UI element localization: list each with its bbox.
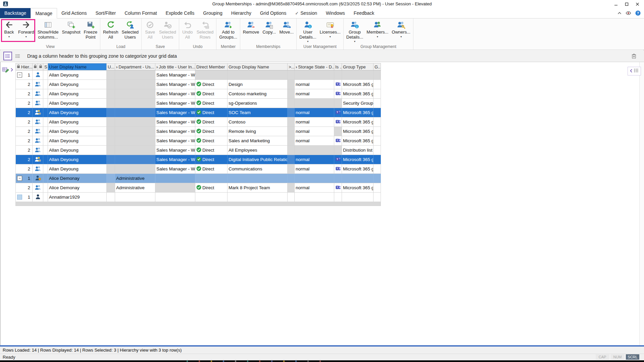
cell-name[interactable]: Allan Deyoung <box>48 80 107 89</box>
maximize-button[interactable] <box>621 0 632 8</box>
cell-is[interactable]: T <box>334 136 342 145</box>
cell-is[interactable] <box>334 193 342 202</box>
cell-is[interactable] <box>334 174 342 183</box>
cell-narrow[interactable] <box>288 193 295 202</box>
ribbon-button-freeze-point[interactable]: Freeze Point <box>82 19 99 40</box>
cell-hier[interactable]: 2 <box>16 183 33 192</box>
cell-job[interactable] <box>155 174 195 183</box>
cell-storage[interactable] <box>295 70 334 80</box>
cell-storage[interactable]: normal <box>295 164 334 173</box>
cell-icons[interactable] <box>33 174 43 183</box>
grid-row[interactable]: 2Alice DemonayAdministrativeDirectMark 8… <box>15 183 381 193</box>
grid-row[interactable]: 2Allan DeyoungSales Manager - WesDirectA… <box>15 146 381 155</box>
cell-type[interactable]: Microsoft 365 gr <box>342 89 374 98</box>
cell-group[interactable]: All Employees <box>228 146 288 155</box>
cell-is[interactable] <box>334 70 342 80</box>
cell-u[interactable] <box>107 108 115 117</box>
column-header-s[interactable]: S <box>43 63 48 70</box>
cell-icons[interactable] <box>33 146 43 155</box>
cell-type[interactable] <box>342 174 374 183</box>
cell-storage[interactable]: normal <box>295 155 334 164</box>
ribbon-button-back[interactable]: Back▾ <box>2 19 16 38</box>
column-header-g[interactable]: G... <box>374 63 381 70</box>
cell-direct[interactable]: Direct <box>195 155 228 164</box>
cell-direct[interactable]: Direct <box>195 183 228 192</box>
cell-name[interactable]: Allan Deyoung <box>48 127 107 136</box>
tab-backstage[interactable]: Backstage <box>0 8 31 18</box>
cell-direct[interactable]: Direct <box>195 108 228 117</box>
cell-icons[interactable] <box>33 193 43 202</box>
cell-dept[interactable] <box>115 136 155 145</box>
minimize-button[interactable] <box>610 0 621 8</box>
cell-s[interactable] <box>43 89 48 98</box>
cell-name[interactable]: Allan Deyoung <box>48 146 107 155</box>
cell-narrow[interactable] <box>288 80 295 89</box>
cell-g[interactable] <box>374 117 381 126</box>
cell-direct[interactable] <box>195 174 228 183</box>
cell-u[interactable] <box>107 117 115 126</box>
cell-hier[interactable]: −1 <box>16 174 33 183</box>
cell-hier[interactable]: 2 <box>16 99 33 108</box>
card-view-toggle[interactable] <box>13 52 22 60</box>
cell-s[interactable] <box>43 108 48 117</box>
cell-direct[interactable]: Direct <box>195 127 228 136</box>
cell-narrow[interactable] <box>288 99 295 108</box>
cell-type[interactable]: Microsoft 365 gr <box>342 108 374 117</box>
left-flyout-handle[interactable] <box>2 66 13 74</box>
cell-name[interactable]: Allan Deyoung <box>48 164 107 173</box>
column-header-lock1[interactable] <box>33 63 38 70</box>
cell-type[interactable]: Microsoft 365 gr <box>342 155 374 164</box>
cell-name[interactable]: Allan Deyoung <box>48 108 107 117</box>
cell-name[interactable]: Allan Deyoung <box>48 117 107 126</box>
cell-g[interactable] <box>374 89 381 98</box>
cell-storage[interactable]: normal <box>295 80 334 89</box>
cell-narrow[interactable] <box>288 89 295 98</box>
cell-storage[interactable] <box>295 174 334 183</box>
cell-job[interactable]: Sales Manager - Wes <box>155 164 195 173</box>
cell-g[interactable] <box>374 80 381 89</box>
cell-storage[interactable]: normal <box>295 108 334 117</box>
grid-view-toggle[interactable] <box>3 52 12 60</box>
ribbon-button-members[interactable]: Members...▾ <box>365 19 390 38</box>
cell-s[interactable] <box>43 164 48 173</box>
cell-u[interactable] <box>107 136 115 145</box>
right-flyout-handle[interactable] <box>628 67 641 75</box>
cell-type[interactable] <box>342 70 374 80</box>
cell-group[interactable]: sg-Operations <box>228 99 288 108</box>
cell-u[interactable] <box>107 89 115 98</box>
cell-job[interactable]: Sales Manager - Wes <box>155 80 195 89</box>
cell-direct[interactable]: Direct <box>195 89 228 98</box>
expand-collapse-box[interactable]: − <box>17 72 22 77</box>
eye-icon[interactable] <box>626 11 631 15</box>
cell-name[interactable]: Allan Deyoung <box>48 155 107 164</box>
column-header-name[interactable]: User Display Name <box>48 63 107 70</box>
cell-direct[interactable]: Direct <box>195 117 228 126</box>
tab-sort-filter[interactable]: Sort/Filter <box>91 8 120 18</box>
cell-s[interactable] <box>43 127 48 136</box>
cell-dept[interactable] <box>115 117 155 126</box>
trash-icon[interactable] <box>631 53 637 60</box>
cell-hier[interactable]: 2 <box>16 155 33 164</box>
cell-dept[interactable] <box>115 108 155 117</box>
cell-is[interactable]: T <box>334 80 342 89</box>
cell-s[interactable] <box>43 155 48 164</box>
cell-job[interactable]: Sales Manager - Wes <box>155 127 195 136</box>
column-header-dept[interactable]: ›Department - Us... <box>115 63 155 70</box>
cell-s[interactable] <box>43 70 48 80</box>
cell-name[interactable]: Allan Deyoung <box>48 70 107 80</box>
cell-dept[interactable] <box>115 164 155 173</box>
cell-icons[interactable] <box>33 136 43 145</box>
cell-job[interactable] <box>155 193 195 202</box>
cell-s[interactable] <box>43 99 48 108</box>
tab-grouping[interactable]: Grouping <box>199 8 227 18</box>
cell-name[interactable]: Allan Deyoung <box>48 99 107 108</box>
cell-storage[interactable]: normal <box>295 117 334 126</box>
cell-group[interactable] <box>228 193 288 202</box>
cell-type[interactable]: Microsoft 365 gr <box>342 117 374 126</box>
cell-hier[interactable]: −1 <box>16 70 33 80</box>
cell-job[interactable]: Sales Manager - Wes <box>155 146 195 155</box>
cell-g[interactable] <box>374 70 381 80</box>
cell-group[interactable] <box>228 174 288 183</box>
cell-dept[interactable] <box>115 80 155 89</box>
cell-job[interactable]: Sales Manager - Wes <box>155 136 195 145</box>
